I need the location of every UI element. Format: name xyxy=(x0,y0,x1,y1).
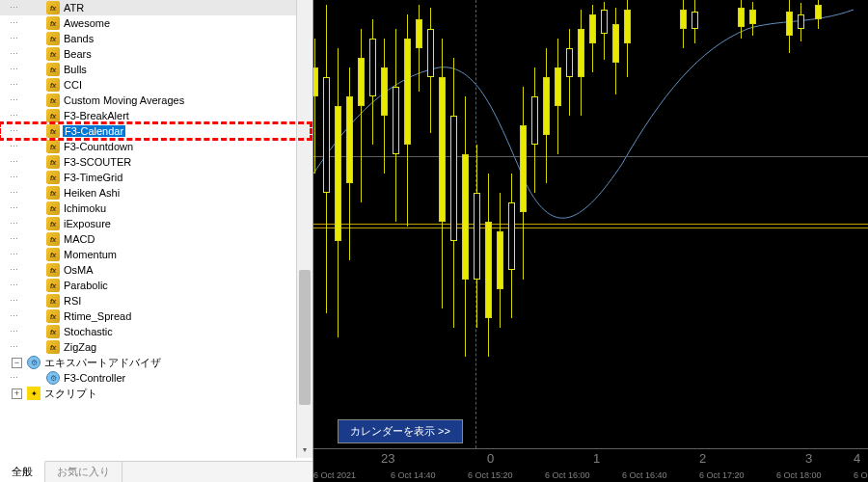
tree-line-icon: ⋯ xyxy=(10,296,19,306)
tree-item-indicator[interactable]: ⋯Awesome xyxy=(0,15,311,31)
tree-line-icon: ⋯ xyxy=(10,281,19,290)
indicator-icon xyxy=(46,217,60,230)
expand-icon[interactable]: + xyxy=(12,388,22,399)
tree-line-icon: ⋯ xyxy=(10,188,19,198)
tree-line-icon: ⋯ xyxy=(10,126,19,136)
chart-body[interactable] xyxy=(313,0,868,448)
tree-item-scripts[interactable]: +スクリプト xyxy=(0,386,311,401)
indicator-icon xyxy=(46,109,60,122)
tree-item-indicator[interactable]: ⋯Rtime_Spread xyxy=(0,308,311,324)
tree-line-icon: ⋯ xyxy=(10,34,19,43)
hour-tick: 1 xyxy=(593,451,600,466)
tree-line-icon: ⋯ xyxy=(10,3,19,13)
calendar-show-button[interactable]: カレンダーを表示 >> xyxy=(338,419,463,443)
indicator-icon xyxy=(46,232,60,246)
tree-line-icon: ⋯ xyxy=(10,95,19,105)
tree-item-indicator[interactable]: ⋯ZigZag xyxy=(0,339,311,355)
tree-item-expert[interactable]: ⋯F3-Controller xyxy=(0,370,311,386)
tree-item-indicator[interactable]: ⋯Bands xyxy=(0,31,311,46)
tree-item-indicator[interactable]: ⋯Heiken Ashi xyxy=(0,185,311,201)
date-tick: 6 Oct 15:20 xyxy=(468,470,513,480)
hour-tick: 23 xyxy=(381,451,394,466)
tree-item-indicator[interactable]: ⋯F3-SCOUTER xyxy=(0,154,311,170)
tree-item-indicator[interactable]: ⋯Stochastic xyxy=(0,324,311,339)
indicator-tree[interactable]: ⋯ATR⋯Awesome⋯Bands⋯Bears⋯Bulls⋯CCI⋯Custo… xyxy=(0,0,312,461)
indicator-icon xyxy=(46,340,60,354)
date-tick: 6 Oct 2021 xyxy=(313,470,356,480)
indicator-icon xyxy=(46,124,60,138)
date-tick: 6 Oct 14:40 xyxy=(391,470,436,480)
tree-item-indicator[interactable]: ⋯ATR xyxy=(0,0,311,15)
tree-item-indicator[interactable]: ⋯OsMA xyxy=(0,262,311,278)
tree-item-label: Bulls xyxy=(63,64,88,75)
tree-line-icon: ⋯ xyxy=(10,311,19,321)
tree-item-indicator[interactable]: ⋯F3-Countdown xyxy=(0,139,311,154)
date-tick: 6 Oct 16:00 xyxy=(545,470,590,480)
script-folder-icon xyxy=(27,387,41,400)
hour-tick: 2 xyxy=(699,451,706,466)
hour-tick: 3 xyxy=(805,451,812,466)
tree-line-icon: ⋯ xyxy=(10,18,19,28)
tree-item-label: Awesome xyxy=(63,17,111,29)
tree-line-icon: ⋯ xyxy=(10,80,19,90)
tree-item-label: Custom Moving Averages xyxy=(63,94,185,106)
tree-item-label: RSI xyxy=(63,295,82,307)
indicator-icon xyxy=(46,248,60,261)
scroll-down-icon[interactable]: ▾ xyxy=(297,442,312,458)
tree-item-indicator[interactable]: ⋯RSI xyxy=(0,293,311,308)
tree-item-label: F3-Countdown xyxy=(63,141,134,152)
indicator-icon xyxy=(46,186,60,200)
tree-line-icon: ⋯ xyxy=(10,111,19,120)
date-tick: 6 Oct 17:20 xyxy=(699,470,745,480)
tree-item-label: Stochastic xyxy=(63,326,114,337)
tree-item-indicator[interactable]: ⋯Parabolic xyxy=(0,278,311,293)
hour-tick: 0 xyxy=(487,451,494,466)
collapse-icon[interactable]: − xyxy=(12,358,22,368)
tree-item-label: Heiken Ashi xyxy=(63,187,121,199)
tree-item-expert-advisors[interactable]: −エキスパートアドバイザ xyxy=(0,355,311,370)
navigator-panel: ⋯ATR⋯Awesome⋯Bands⋯Bears⋯Bulls⋯CCI⋯Custo… xyxy=(0,0,313,482)
tree-item-indicator[interactable]: ⋯Momentum xyxy=(0,247,311,262)
tree-item-label: Parabolic xyxy=(63,280,109,291)
tree-item-indicator[interactable]: ⋯Custom Moving Averages xyxy=(0,93,311,108)
scrollbar-thumb[interactable] xyxy=(299,270,311,405)
indicator-icon xyxy=(46,309,60,323)
tree-item-label: F3-Calendar xyxy=(63,125,125,137)
tree-item-indicator[interactable]: ⋯F3-TimeGrid xyxy=(0,170,311,185)
tree-item-label: MACD xyxy=(63,233,95,245)
tree-item-label: エキスパートアドバイザ xyxy=(43,356,162,370)
tab-general[interactable]: 全般 xyxy=(0,461,45,482)
hour-tick: 4 xyxy=(854,451,860,466)
tree-item-indicator[interactable]: ⋯Ichimoku xyxy=(0,201,311,216)
tree-item-indicator[interactable]: ⋯F3-Calendar xyxy=(0,123,311,139)
tree-item-indicator[interactable]: ⋯Bulls xyxy=(0,62,311,77)
tree-line-icon: ⋯ xyxy=(10,373,19,383)
yellow-hline xyxy=(313,228,868,228)
tree-line-icon: ⋯ xyxy=(10,265,19,275)
tree-item-indicator[interactable]: ⋯F3-BreakAlert xyxy=(0,108,311,123)
tree-item-indicator[interactable]: ⋯iExposure xyxy=(0,216,311,231)
tree-item-label: Bears xyxy=(63,48,93,60)
indicator-icon xyxy=(46,140,60,153)
indicator-icon xyxy=(46,263,60,277)
tree-item-label: Rtime_Spread xyxy=(63,310,132,322)
date-tick: 6 Oct 18:40 xyxy=(854,470,868,480)
tab-favorites[interactable]: お気に入り xyxy=(45,462,122,482)
tree-line-icon: ⋯ xyxy=(10,250,19,259)
chart-area[interactable]: カレンダーを表示 >> 23012346 Oct 20216 Oct 14:40… xyxy=(313,0,868,482)
tree-line-icon: ⋯ xyxy=(10,327,19,336)
gray-hline xyxy=(313,156,868,157)
tree-item-label: Bands xyxy=(63,33,95,44)
tree-item-indicator[interactable]: ⋯Bears xyxy=(0,46,311,62)
tab-bar: 全般 お気に入り xyxy=(0,461,312,482)
indicator-icon xyxy=(46,94,60,107)
tree-item-label: Momentum xyxy=(63,249,118,260)
date-tick: 6 Oct 18:00 xyxy=(776,470,822,480)
yellow-hline xyxy=(313,224,868,225)
indicator-icon xyxy=(46,155,60,169)
tree-item-indicator[interactable]: ⋯MACD xyxy=(0,231,311,247)
tree-item-label: F3-SCOUTER xyxy=(63,156,132,168)
tree-item-indicator[interactable]: ⋯CCI xyxy=(0,77,311,93)
scrollbar[interactable]: ▾ xyxy=(296,0,312,458)
indicator-icon xyxy=(46,1,60,14)
